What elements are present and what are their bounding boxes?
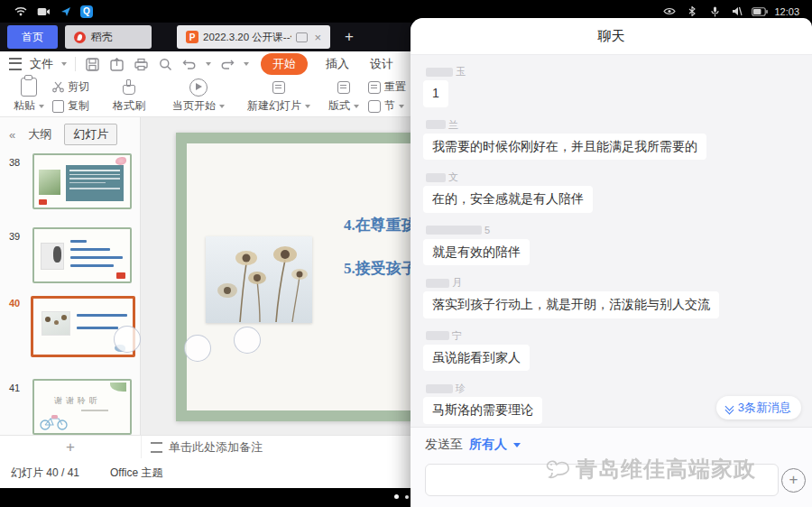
thumb41-leaves-decoration <box>110 383 126 392</box>
chat-message-list[interactable]: 玉 1 兰 我需要的时候你刚好在，并且能满足我所需要的 文 在的，安全感就是有人… <box>411 55 812 427</box>
bluetooth-icon <box>684 4 700 20</box>
redo-icon[interactable] <box>219 56 235 72</box>
chat-message: 5 就是有效的陪伴 <box>423 225 799 266</box>
mic-icon <box>706 4 723 20</box>
chat-username: 玉 <box>426 66 799 78</box>
screen-record-icon <box>35 4 51 20</box>
mute-icon <box>729 4 745 20</box>
menu-tab-home[interactable]: 开始 <box>261 53 308 75</box>
notes-placeholder: 单击此处添加备注 <box>169 439 263 456</box>
touch-handle-circle[interactable] <box>114 326 141 353</box>
tab-docer-label: 稻壳 <box>91 30 113 45</box>
tab-home[interactable]: 首页 <box>7 25 58 49</box>
thumb41-thanks-text: 谢谢聆听 <box>54 395 101 407</box>
new-slide-button[interactable]: 新建幻灯片 <box>242 78 316 115</box>
chat-bubble: 马斯洛的需要理论 <box>423 397 542 424</box>
section-icon <box>368 100 381 113</box>
touch-handle-circle[interactable] <box>184 335 211 362</box>
find-icon[interactable] <box>157 56 173 72</box>
chat-username: 文 <box>426 171 799 183</box>
add-slide-button[interactable]: + <box>66 438 75 456</box>
slide-text-point5[interactable]: 5.接受孩子 <box>344 258 417 279</box>
video-progress-dot[interactable] <box>394 494 399 499</box>
format-painter-icon <box>123 85 135 95</box>
chat-bubble: 在的，安全感就是有人陪伴 <box>423 186 593 213</box>
new-messages-button[interactable]: 3条新消息 <box>716 396 801 419</box>
play-from-page-button[interactable]: 当页开始 <box>167 78 230 115</box>
send-to-selector[interactable]: 所有人 <box>469 437 507 453</box>
chat-plus-button[interactable]: + <box>781 468 806 493</box>
chat-input[interactable] <box>425 464 779 496</box>
copy-button[interactable]: 复制 <box>52 97 89 115</box>
wifi-icon <box>13 4 29 20</box>
collapse-panel-icon[interactable]: « <box>9 128 15 142</box>
save-icon[interactable] <box>84 56 100 72</box>
slide-flower-photo[interactable] <box>206 236 312 323</box>
slide-number: 38 <box>9 157 29 168</box>
chat-message: 文 在的，安全感就是有人陪伴 <box>423 171 799 213</box>
tab-home-label: 首页 <box>22 30 43 45</box>
status-time: 12:03 <box>774 6 799 17</box>
play-caret-icon <box>219 105 225 108</box>
copy-icon <box>52 100 64 113</box>
close-tab-icon[interactable]: × <box>314 31 321 44</box>
export-icon[interactable] <box>108 56 125 72</box>
chat-message: 月 落实到孩子行动上，就是开朗，活泼能与别人交流 <box>423 277 799 318</box>
new-messages-label: 3条新消息 <box>738 400 791 416</box>
chat-username: 兰 <box>426 119 799 131</box>
reset-label: 重置 <box>384 79 406 95</box>
chat-footer: 发送至 所有人 + 青岛维佳高端家政 <box>411 427 812 507</box>
theme-name[interactable]: Office 主题 <box>110 466 162 481</box>
thumb40-image <box>42 311 70 336</box>
slide-thumbnail-41[interactable]: 谢谢聆听 <box>32 379 132 435</box>
thumb38-image <box>39 170 60 195</box>
ribbon-collapse-icon[interactable] <box>244 62 249 66</box>
undo-icon[interactable] <box>181 56 198 72</box>
chat-username: 月 <box>426 277 799 289</box>
outline-tab[interactable]: 大纲 <box>28 126 51 143</box>
slide-thumbnail-38[interactable] <box>32 153 132 209</box>
slide-counter: 幻灯片 40 / 41 <box>11 466 79 481</box>
thumb38-textblock <box>66 165 124 201</box>
reset-button[interactable]: 重置 <box>368 78 406 96</box>
section-label: 节 <box>384 98 395 114</box>
video-progress-dot[interactable] <box>405 495 409 499</box>
layout-label: 版式 <box>328 98 350 114</box>
slide-text-point4[interactable]: 4.在尊重孩 <box>344 215 417 235</box>
notes-icon <box>151 442 162 453</box>
comment-bubble-icon[interactable] <box>296 32 308 42</box>
print-icon[interactable] <box>133 56 149 72</box>
chat-bubble: 虽说能看到家人 <box>423 345 530 372</box>
copy-label: 复制 <box>68 98 89 114</box>
slides-tab[interactable]: 幻灯片 <box>64 124 117 145</box>
tab-docer[interactable]: 稻壳 <box>65 25 152 49</box>
new-tab-button[interactable]: + <box>345 28 354 46</box>
hamburger-menu-icon[interactable] <box>9 58 22 70</box>
notes-input[interactable]: 单击此处添加备注 <box>142 439 263 456</box>
menu-tab-insert[interactable]: 插入 <box>319 54 355 74</box>
cut-label: 剪切 <box>68 79 89 95</box>
chat-message: 玉 1 <box>423 66 799 107</box>
chat-panel: 聊天 玉 1 兰 我需要的时候你刚好在，并且能满足我所需要的 文 在的，安全感就… <box>411 18 812 507</box>
paste-button[interactable]: 粘贴 <box>9 78 49 115</box>
new-slide-caret-icon <box>305 105 310 108</box>
cut-button[interactable]: 剪切 <box>52 78 89 96</box>
layout-button[interactable]: 版式 <box>323 78 364 115</box>
send-to-caret-icon[interactable] <box>513 443 521 447</box>
chat-message: 兰 我需要的时候你刚好在，并且能满足我所需要的 <box>423 119 799 161</box>
layout-icon <box>337 81 350 94</box>
file-menu[interactable]: 文件 <box>30 56 53 72</box>
thumb39-image <box>41 243 64 270</box>
undo-caret-icon[interactable] <box>206 62 211 66</box>
touch-handle-circle[interactable] <box>234 327 261 354</box>
qq-app-icon: Q <box>80 5 93 18</box>
play-from-page-label: 当页开始 <box>172 98 216 114</box>
thumb41-bicycle-decoration <box>39 414 69 430</box>
section-button[interactable]: 节 <box>368 97 404 115</box>
slide-thumbnail-39[interactable] <box>32 227 132 283</box>
chat-username: 珍 <box>426 383 799 394</box>
chat-header: 聊天 <box>411 18 812 55</box>
format-painter-button[interactable]: 格式刷 <box>108 78 150 115</box>
tab-document[interactable]: P 2022.3.20 公开课--依恋.pptx × <box>177 25 330 49</box>
menu-tab-design[interactable]: 设计 <box>364 54 400 74</box>
